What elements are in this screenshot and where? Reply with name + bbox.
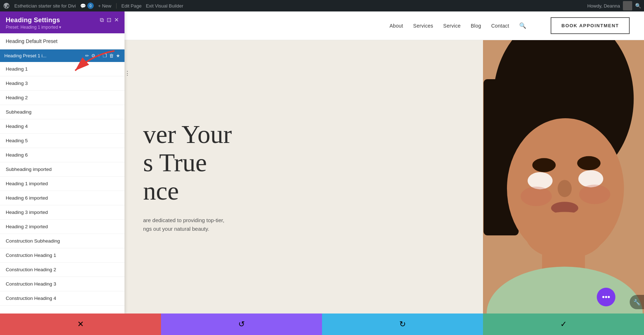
nav-service[interactable]: Service	[443, 23, 461, 29]
panel-title: Heading Settings	[6, 16, 61, 24]
panel-header: Heading Settings Preset: Heading 1 impor…	[0, 11, 125, 33]
panel-duplicate-icon[interactable]: ⧉	[100, 17, 104, 23]
admin-avatar[interactable]	[623, 1, 632, 10]
site-nav: About Services Service Blog Contact 🔍 BO…	[390, 17, 630, 34]
site-name[interactable]: Esthetician starter site for Divi	[14, 3, 76, 9]
panel-header-left: Heading Settings Preset: Heading 1 impor…	[6, 16, 61, 30]
panel-preset[interactable]: Preset: Heading 1 imported ▾	[6, 25, 61, 30]
panel-maximize-icon[interactable]: ⊡	[107, 16, 111, 23]
comment-link[interactable]: 💬 0	[80, 3, 94, 9]
wp-logo[interactable]	[3, 2, 10, 9]
nav-about[interactable]: About	[390, 23, 403, 29]
new-link[interactable]: + New	[98, 3, 111, 9]
comment-icon: 💬	[80, 3, 86, 9]
edit-page-link[interactable]: Edit Page	[121, 3, 141, 9]
panel-header-icons: ⧉ ⊡ ✕	[100, 16, 119, 23]
admin-search-icon[interactable]: 🔍	[635, 3, 641, 9]
default-preset-item[interactable]: Heading Default Preset	[0, 33, 125, 40]
nav-contact[interactable]: Contact	[491, 23, 509, 29]
nav-search-icon[interactable]: 🔍	[519, 22, 526, 29]
book-appointment-button[interactable]: BOOK APPOINTMENT	[551, 17, 630, 34]
howdy-text: Howdy, Deanna	[587, 3, 620, 9]
nav-services[interactable]: Services	[413, 23, 433, 29]
settings-panel: Heading Settings Preset: Heading 1 impor…	[0, 11, 125, 40]
panel-close-icon[interactable]: ✕	[114, 16, 119, 23]
admin-right: Howdy, Deanna 🔍	[587, 1, 641, 10]
admin-bar: Esthetician starter site for Divi 💬 0 + …	[0, 0, 644, 11]
exit-builder-link[interactable]: Exit Visual Builder	[146, 3, 184, 9]
comment-count: 0	[87, 3, 94, 9]
preset-list: Heading Default Preset Heading Preset 1 …	[0, 33, 125, 40]
nav-blog[interactable]: Blog	[471, 23, 481, 29]
